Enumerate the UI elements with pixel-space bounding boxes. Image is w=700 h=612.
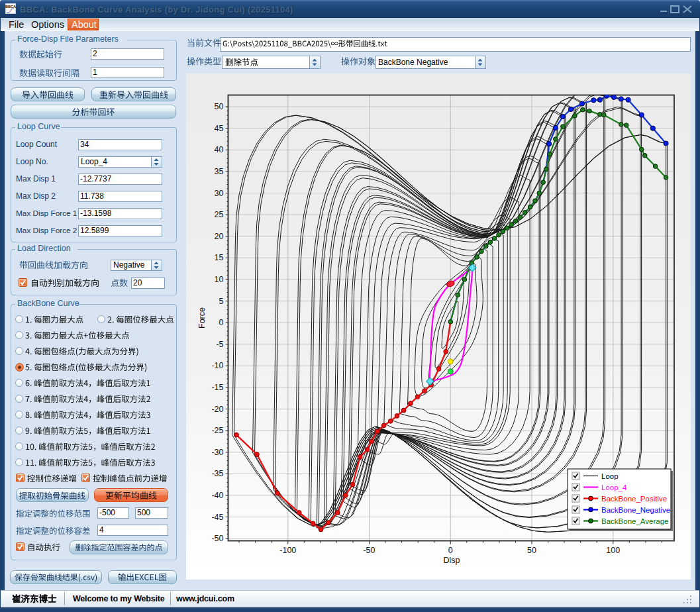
svg-text:30: 30 [215, 189, 224, 198]
svg-text:0: 0 [219, 318, 224, 327]
svg-text:-40: -40 [211, 491, 223, 500]
svg-text:Force: Force [197, 307, 207, 329]
svg-text:Loop_4: Loop_4 [601, 484, 627, 491]
svg-text:-35: -35 [211, 469, 223, 478]
svg-text:-5: -5 [216, 340, 223, 349]
svg-text:Loop: Loop [601, 472, 619, 480]
svg-text:-50: -50 [211, 534, 223, 543]
svg-text:-25: -25 [211, 426, 223, 435]
svg-text:50: 50 [527, 546, 536, 555]
svg-text:-10: -10 [211, 361, 223, 370]
svg-text:-20: -20 [211, 405, 223, 414]
svg-text:BackBone_Average: BackBone_Average [601, 517, 668, 525]
svg-text:100: 100 [606, 546, 620, 555]
svg-text:BackBone_Positive: BackBone_Positive [601, 495, 667, 503]
svg-text:BackBone_Negative: BackBone_Negative [601, 506, 670, 514]
svg-text:40: 40 [215, 145, 224, 154]
svg-text:20: 20 [215, 232, 224, 241]
svg-text:45: 45 [215, 124, 224, 133]
svg-text:5: 5 [219, 297, 224, 306]
svg-text:50: 50 [215, 102, 224, 111]
svg-text:10: 10 [215, 275, 224, 284]
svg-text:-45: -45 [211, 513, 223, 522]
svg-text:Disp: Disp [443, 556, 460, 565]
svg-text:-30: -30 [211, 448, 223, 457]
svg-text:-50: -50 [363, 546, 375, 555]
svg-text:-15: -15 [211, 383, 223, 392]
svg-text:25: 25 [215, 210, 224, 219]
svg-text:15: 15 [215, 253, 224, 262]
svg-text:0: 0 [448, 546, 453, 555]
svg-text:35: 35 [215, 167, 224, 176]
svg-text:-100: -100 [279, 546, 296, 555]
